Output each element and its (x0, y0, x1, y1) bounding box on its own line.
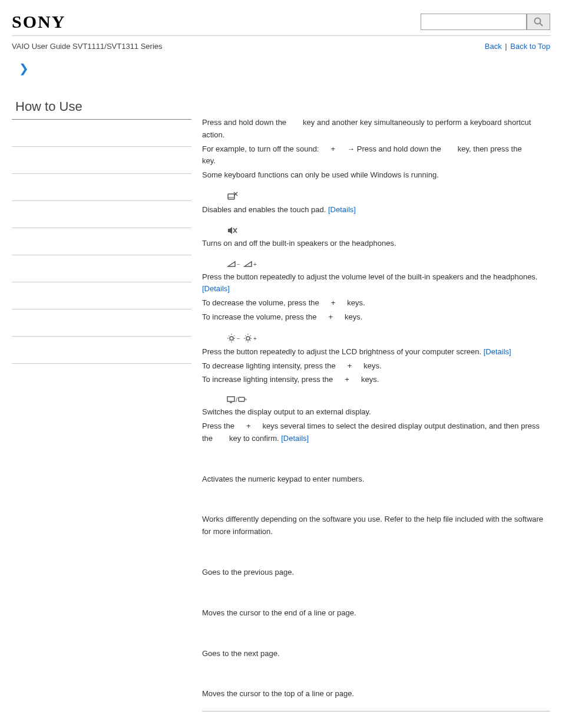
svg-line-15 (229, 335, 230, 337)
back-link[interactable]: Back (485, 42, 502, 51)
svg-line-1 (540, 24, 543, 27)
volume-icon: −+ (227, 259, 550, 269)
brightness-icon: −+ (227, 333, 550, 344)
mute-icon (227, 226, 550, 235)
svg-text:+: + (253, 335, 257, 342)
search-button[interactable] (527, 14, 550, 30)
content: Press and hold down thekey and another k… (202, 81, 550, 711)
search-input[interactable] (421, 14, 527, 30)
sidebar-item[interactable] (12, 337, 191, 364)
prevpage-text: Goes to the previous page. (202, 566, 550, 579)
sidebar-item[interactable] (12, 228, 191, 255)
details-link[interactable]: [Details] (484, 347, 511, 356)
sidebar-item[interactable] (12, 282, 191, 309)
sidebar-item[interactable] (12, 309, 191, 337)
sidebar-item[interactable] (12, 147, 191, 174)
svg-line-25 (245, 335, 246, 337)
header: SONY (12, 6, 550, 36)
svg-line-28 (245, 340, 246, 341)
separator: | (505, 42, 507, 51)
software-text: Works differently depending on the softw… (202, 513, 550, 538)
touchpad-icon (227, 191, 550, 202)
brightness-increase: To increase lighting intensity, press th… (202, 374, 550, 386)
details-link[interactable]: [Details] (202, 284, 230, 293)
sidebar-item[interactable] (12, 255, 191, 282)
svg-text:+: + (253, 261, 257, 268)
svg-line-27 (250, 335, 251, 337)
svg-line-18 (229, 340, 230, 341)
svg-line-17 (233, 335, 234, 337)
search-box (421, 14, 550, 30)
details-link[interactable]: [Details] (328, 205, 356, 214)
display-text2: Press the+keys several times to select t… (202, 420, 550, 445)
brightness-text: Press the button repeatedly to adjust th… (202, 346, 550, 358)
sidebar: How to Use (12, 81, 191, 364)
svg-point-20 (246, 337, 250, 340)
svg-text:/: / (236, 396, 238, 403)
svg-line-26 (250, 340, 251, 341)
back-to-top-link[interactable]: Back to Top (510, 42, 550, 51)
svg-line-16 (233, 340, 234, 341)
sidebar-item[interactable] (12, 201, 191, 228)
guide-title: VAIO User Guide SVT1111/SVT1311 Series (12, 42, 163, 51)
svg-text:−: − (237, 261, 240, 268)
brightness-decrease: To decrease lighting intensity, press th… (202, 360, 550, 373)
display-text1: Switches the display output to an extern… (202, 406, 550, 419)
display-output-icon: / (227, 396, 550, 404)
end-rule (202, 711, 550, 711)
numpad-text: Activates the numeric keypad to enter nu… (202, 473, 550, 486)
intro-note: Some keyboard functions can only be used… (202, 169, 550, 182)
intro-text: Press and hold down thekey and another k… (202, 117, 550, 141)
svg-rect-33 (239, 397, 244, 401)
svg-text:−: − (237, 335, 240, 342)
arrow-icon: ❯ (12, 61, 550, 75)
endline-text: Moves the cursor to the end of a line or… (202, 607, 550, 620)
svg-rect-2 (228, 194, 234, 199)
magnifier-icon (533, 17, 544, 27)
volume-text: Press the button repeatedly to adjust th… (202, 271, 550, 296)
volume-increase: To increase the volume, press the+keys. (202, 311, 550, 324)
intro-example: For example, to turn off the sound:+→ Pr… (202, 143, 550, 168)
sidebar-item[interactable] (12, 174, 191, 201)
nextpage-text: Goes to the next page. (202, 648, 550, 660)
sony-logo: SONY (12, 12, 65, 32)
subheader: VAIO User Guide SVT1111/SVT1311 Series B… (12, 39, 550, 61)
touchpad-text: Disables and enables the touch pad. [Det… (202, 204, 550, 216)
svg-point-10 (230, 337, 233, 340)
sidebar-title: How to Use (12, 99, 191, 120)
top-links: Back | Back to Top (485, 42, 550, 51)
details-link[interactable]: [Details] (281, 434, 309, 443)
svg-point-0 (535, 18, 541, 24)
volume-decrease: To decrease the volume, press the+keys. (202, 297, 550, 309)
topline-text: Moves the cursor to the top of a line or… (202, 688, 550, 700)
sidebar-item[interactable] (12, 120, 191, 147)
svg-rect-30 (227, 397, 234, 401)
speakers-text: Turns on and off the built-in speakers o… (202, 238, 550, 250)
